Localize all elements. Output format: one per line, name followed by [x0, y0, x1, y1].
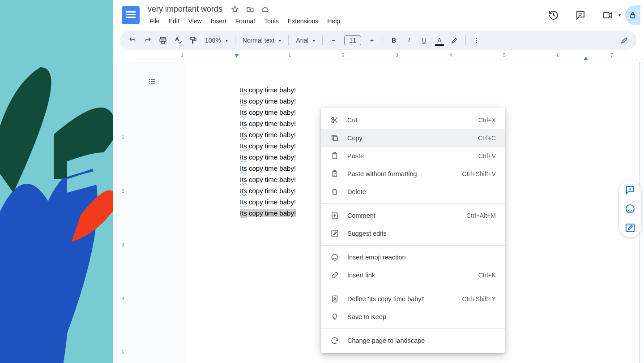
rotate-icon: [330, 337, 339, 345]
spellcheck-button[interactable]: [171, 33, 185, 48]
more-toolbar-button[interactable]: ⋮: [469, 33, 484, 48]
meet-icon[interactable]: [598, 6, 616, 24]
highlight-button[interactable]: [448, 33, 462, 48]
comment-icon: [330, 212, 339, 220]
star-icon[interactable]: [230, 5, 239, 14]
menu-help[interactable]: Help: [324, 16, 344, 26]
context-accel: Ctrl+C: [478, 134, 496, 142]
svg-rect-5: [191, 37, 195, 39]
print-button[interactable]: [156, 33, 170, 48]
menu-tools[interactable]: Tools: [260, 16, 282, 26]
context-accel: Ctrl+V: [478, 152, 496, 160]
menu-insert[interactable]: Insert: [207, 16, 230, 26]
cut-icon: [330, 116, 339, 124]
svg-rect-19: [626, 224, 634, 231]
svg-rect-8: [333, 137, 337, 141]
context-label: Save to Keep: [347, 313, 496, 320]
context-label: Insert link: [347, 272, 470, 279]
editing-mode-button[interactable]: [617, 33, 631, 48]
context-cut[interactable]: CutCtrl+X: [321, 111, 505, 129]
context-suggest[interactable]: Suggest edits: [321, 225, 505, 242]
context-paste-plain[interactable]: Paste without formattingCtrl+Shift+V: [321, 165, 505, 183]
menu-extensions[interactable]: Extensions: [284, 16, 322, 26]
menu-format[interactable]: Format: [232, 16, 259, 26]
svg-rect-14: [332, 231, 338, 236]
right-indent-marker[interactable]: [584, 56, 588, 60]
move-icon[interactable]: [246, 5, 255, 14]
context-label: Suggest edits: [347, 230, 496, 237]
undo-button[interactable]: [125, 33, 140, 48]
context-link[interactable]: Insert linkCtrl+K: [321, 266, 505, 284]
suggest-edits-icon[interactable]: [625, 222, 635, 233]
svg-point-17: [334, 298, 336, 299]
menubar: File Edit View Insert Format Tools Exten…: [146, 16, 545, 26]
docs-logo-icon[interactable]: [122, 6, 140, 24]
history-icon[interactable]: [545, 6, 563, 24]
delete-icon: [330, 188, 339, 196]
paste-icon: [330, 152, 339, 160]
text-color-button[interactable]: A: [432, 33, 447, 48]
decrease-font-button[interactable]: −: [326, 33, 341, 48]
paint-format-button[interactable]: [186, 33, 200, 48]
toolbar: 100% Normal text Arial − 11 + B I U A ⋮: [120, 30, 637, 50]
bold-button[interactable]: B: [387, 33, 401, 48]
define-icon: [330, 295, 339, 303]
zoom-value: 100%: [205, 37, 221, 44]
context-label: Paste without formatting: [347, 170, 454, 177]
redo-button[interactable]: [141, 33, 155, 48]
context-label: Paste: [347, 152, 470, 160]
context-label: Cut: [347, 117, 470, 124]
context-accel: Ctrl+K: [478, 272, 496, 279]
context-label: Change page to landscape: [347, 337, 496, 344]
link-icon: [330, 271, 339, 279]
menu-edit[interactable]: Edit: [165, 16, 183, 26]
context-label: Define 'Its copy time baby!': [347, 295, 454, 302]
font-size-input[interactable]: 11: [344, 35, 361, 45]
svg-rect-0: [603, 13, 609, 18]
context-comment[interactable]: CommentCtrl+Alt+M: [321, 207, 505, 225]
context-rotate[interactable]: Change page to landscape: [321, 332, 505, 350]
increase-font-button[interactable]: +: [365, 33, 379, 48]
horizontal-ruler[interactable]: 1 1 2 3 4 5 6 7: [134, 53, 644, 60]
context-menu: CutCtrl+XCopyCtrl+CPasteCtrl+VPaste with…: [321, 108, 505, 353]
svg-point-15: [332, 254, 338, 260]
zoom-dropdown[interactable]: 100%: [201, 33, 231, 48]
document-title[interactable]: very important words: [146, 4, 224, 15]
svg-rect-1: [631, 15, 635, 18]
emoji-icon: [330, 253, 339, 261]
share-button[interactable]: [625, 5, 640, 25]
font-value: Arial: [296, 37, 308, 44]
context-delete[interactable]: Delete: [321, 183, 505, 201]
font-dropdown[interactable]: Arial: [292, 33, 319, 48]
underline-button[interactable]: U: [417, 33, 431, 48]
text-line[interactable]: Its copy time baby!: [240, 84, 586, 95]
context-emoji[interactable]: Insert emoji reaction: [321, 248, 505, 266]
cloud-status-icon[interactable]: [261, 5, 270, 14]
paste-plain-icon: [330, 170, 339, 178]
floating-comment-panel: [619, 180, 641, 238]
context-label: Delete: [347, 188, 496, 195]
add-comment-icon[interactable]: [625, 185, 635, 195]
vertical-ruler[interactable]: 1 2 3 4 5: [113, 62, 134, 363]
context-copy[interactable]: CopyCtrl+C: [321, 129, 505, 147]
italic-button[interactable]: I: [402, 33, 416, 48]
context-label: Insert emoji reaction: [347, 254, 496, 261]
suggest-icon: [330, 229, 339, 238]
add-emoji-icon[interactable]: [625, 203, 635, 214]
desktop-wallpaper: [0, 0, 113, 363]
context-accel: Ctrl+Shift+V: [462, 170, 496, 177]
document-outline-button[interactable]: [145, 74, 159, 89]
app-header: very important words File Edit View I: [113, 0, 644, 30]
context-paste[interactable]: PasteCtrl+V: [321, 147, 505, 165]
style-value: Normal text: [243, 37, 275, 44]
menu-view[interactable]: View: [185, 16, 205, 26]
context-label: Comment: [347, 212, 458, 219]
paragraph-style-dropdown[interactable]: Normal text: [239, 33, 285, 48]
keep-icon: [330, 313, 339, 321]
context-define[interactable]: Define 'Its copy time baby!'Ctrl+Shift+Y: [321, 290, 505, 308]
left-indent-marker[interactable]: [235, 54, 239, 57]
text-line[interactable]: Its copy time baby!: [240, 95, 586, 107]
context-keep[interactable]: Save to Keep: [321, 308, 505, 326]
comments-icon[interactable]: [571, 6, 589, 24]
menu-file[interactable]: File: [146, 16, 163, 26]
